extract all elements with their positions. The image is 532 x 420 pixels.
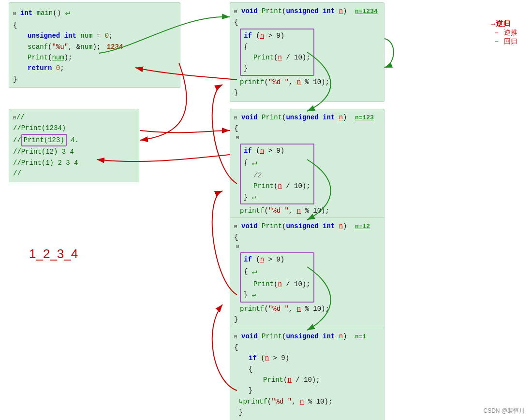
comment-line2: //Print(123) 4. <box>13 134 135 146</box>
legend-title: →逆归 <box>491 19 517 29</box>
comment-line1: //Print(1234) <box>13 123 135 133</box>
main-brace-open: { <box>13 20 176 30</box>
main-line4: return 0; <box>28 63 176 73</box>
comment-header: ⊟// <box>13 112 135 123</box>
box4-brace3: } <box>249 385 380 396</box>
print-box-12: ⊟ void Print(unsigned int n) n=12 { ⊟ if… <box>230 217 384 329</box>
box4-brace2: { <box>249 364 380 375</box>
main-line3: Print(num); <box>28 52 176 63</box>
box3-header: ⊟ void Print(unsigned int n) n=12 <box>234 221 380 232</box>
comment-code-box: ⊟// //Print(1234) //Print(123) 4. //Prin… <box>9 109 139 182</box>
main-code-box: ⊟ int main() ↵ { unsigned int num = 0; s… <box>9 2 180 88</box>
box3-brace-close: } <box>234 314 380 325</box>
box2-if-block: if (n > 9) { ↵ /2 Print(n / 10); } ↵ <box>240 144 314 204</box>
print-box-1: ⊟ void Print(unsigned int n) n=1 { if (n… <box>230 328 384 420</box>
comment-line4: //Print(1) 2 3 4 <box>13 158 135 168</box>
box1-if-block: if (n > 9) { Print(n / 10); } <box>240 29 314 76</box>
box4-header: ⊟ void Print(unsigned int n) n=1 <box>234 331 380 342</box>
box3-if-block: if (n > 9) { ↵ Print(n / 10); } ↵ <box>240 252 314 303</box>
box4-brace-close: } <box>239 407 380 418</box>
box2-collapse: ⊟ <box>236 134 380 143</box>
box1-header: ⊟ void Print(unsigned int n) n=1234 <box>234 6 380 17</box>
box3-brace-open: { <box>234 232 380 243</box>
box3-printf: printf("%d ", n % 10); <box>240 304 380 314</box>
main-line2: scanf("%u", &num); 1234 <box>28 42 176 52</box>
box4-if: if (n > 9) <box>249 353 380 363</box>
main-header: ⊟ int main() ↵ <box>13 6 176 20</box>
print-box-123: ⊟ void Print(unsigned int n) n=123 { ⊟ i… <box>230 109 384 231</box>
box1-brace-open: { <box>234 17 380 28</box>
box2-brace-open: { <box>234 123 380 134</box>
box3-collapse: ⊟ <box>236 243 380 251</box>
box1-brace-close: } <box>234 87 380 98</box>
print-box-1234: ⊟ void Print(unsigned int n) n=1234 { if… <box>230 2 384 102</box>
box4-print: Print(n / 10); <box>263 375 380 385</box>
box2-header: ⊟ void Print(unsigned int n) n=123 <box>234 112 380 123</box>
watermark: CSDN @裴恒川 <box>483 407 525 415</box>
handwritten-label: 1_2_3_4 <box>29 246 78 261</box>
legend-item1: － 逆推 <box>493 29 517 37</box>
box1-printf: printf("%d ", n % 10); <box>240 77 380 87</box>
comment-line5: // <box>13 168 135 179</box>
box2-printf: printf("%d ", n % 10); <box>240 205 380 216</box>
legend-item2: － 回归 <box>493 37 517 46</box>
main-brace-close: } <box>13 74 176 85</box>
legend-box: →逆归 － 逆推 － 回归 <box>491 19 517 46</box>
comment-line3: //Print(12) 3 4 <box>13 146 135 157</box>
main-line1: unsigned int num = 0; <box>28 30 176 41</box>
box4-brace-open: { <box>234 342 380 353</box>
box4-printf: ↳printf("%d ", n % 10); <box>239 396 380 407</box>
